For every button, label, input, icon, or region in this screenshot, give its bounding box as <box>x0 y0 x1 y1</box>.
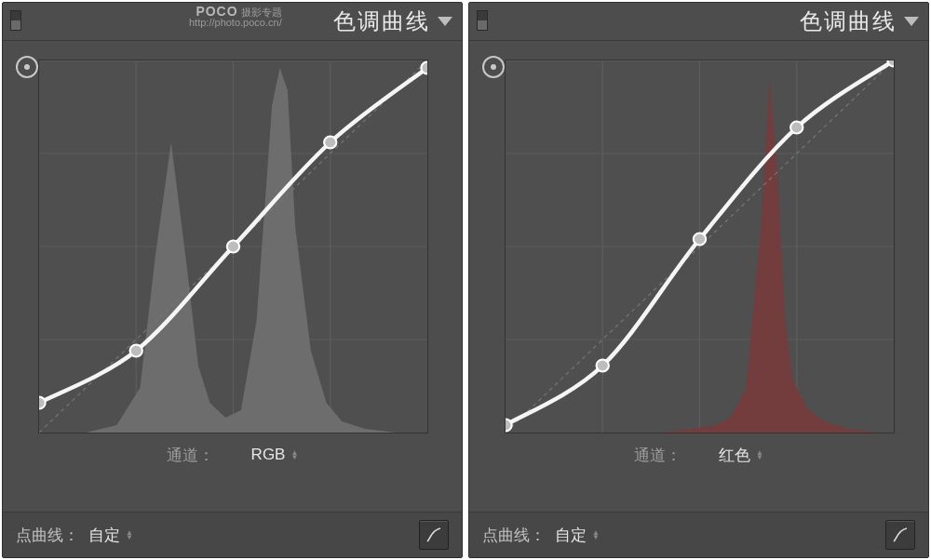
channel-label: 通道： <box>634 445 681 466</box>
curve-svg[interactable] <box>506 60 894 433</box>
edit-point-curve-button[interactable] <box>885 520 915 550</box>
curve-point[interactable] <box>324 137 336 149</box>
stepper-icon: ▲▼ <box>126 530 133 540</box>
curve-plot[interactable] <box>505 60 895 433</box>
collapse-icon[interactable] <box>438 17 452 26</box>
curve-svg[interactable] <box>39 60 427 433</box>
point-curve-selector[interactable]: 自定 ▲▼ <box>555 525 600 546</box>
channel-selector[interactable]: 红色 ▲▼ <box>719 445 763 466</box>
point-curve-label: 点曲线： <box>16 525 79 546</box>
curve-point[interactable] <box>39 397 46 409</box>
channel-row: 通道： 红色 ▲▼ <box>505 433 893 476</box>
panel-switch-icon[interactable] <box>477 10 488 31</box>
panel-header[interactable]: 色调曲线 <box>469 3 928 41</box>
target-adjust-icon[interactable] <box>16 56 38 78</box>
curve-point[interactable] <box>506 420 512 432</box>
curve-point[interactable] <box>597 360 609 372</box>
panel-title: 色调曲线 <box>333 7 430 36</box>
curve-point[interactable] <box>694 233 706 246</box>
stepper-icon: ▲▼ <box>592 530 600 540</box>
curve-point[interactable] <box>421 62 427 74</box>
point-curve-selector[interactable]: 自定 ▲▼ <box>88 525 133 546</box>
tone-curve-panel-rgb: POCO 摄影专题 http://photo.poco.cn/ 色调曲线 <box>2 2 463 558</box>
collapse-icon[interactable] <box>904 17 919 26</box>
panel-header[interactable]: POCO 摄影专题 http://photo.poco.cn/ 色调曲线 <box>3 3 462 41</box>
panel-switch-icon[interactable] <box>10 10 21 31</box>
watermark: POCO 摄影专题 http://photo.poco.cn/ <box>189 7 282 28</box>
curve-plot[interactable] <box>38 60 428 433</box>
panel-footer: 点曲线： 自定 ▲▼ <box>3 512 462 557</box>
edit-point-curve-button[interactable] <box>419 520 449 550</box>
panel-body: 通道： 红色 ▲▼ <box>469 41 928 512</box>
curve-point[interactable] <box>227 241 239 253</box>
stage: POCO 摄影专题 http://photo.poco.cn/ 色调曲线 <box>0 0 931 560</box>
point-curve-label: 点曲线： <box>482 525 546 546</box>
curve-point[interactable] <box>790 122 803 134</box>
channel-label: 通道： <box>167 445 214 466</box>
stepper-icon: ▲▼ <box>756 450 763 460</box>
channel-row: 通道： RGB ▲▼ <box>38 433 426 476</box>
curve-point[interactable] <box>130 345 142 357</box>
tone-curve-panel-red: 色调曲线 通道： 红色 <box>468 2 929 558</box>
panel-title: 色调曲线 <box>800 7 897 36</box>
target-adjust-icon[interactable] <box>482 56 505 78</box>
panel-footer: 点曲线： 自定 ▲▼ <box>469 512 928 557</box>
channel-selector[interactable]: RGB ▲▼ <box>251 446 299 464</box>
panel-body: 通道： RGB ▲▼ <box>3 41 462 512</box>
stepper-icon: ▲▼ <box>290 450 298 460</box>
